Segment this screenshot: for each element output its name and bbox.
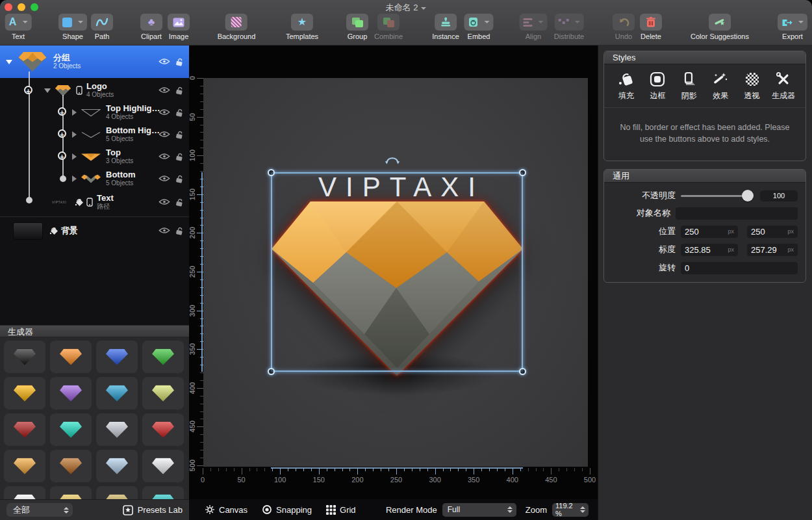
presets-footer-bar: 全部 Presets Lab (0, 499, 189, 520)
preset-gold-arch-gem[interactable] (50, 486, 92, 499)
rotation-field[interactable]: 0 (681, 262, 798, 274)
toolbar-button-export[interactable]: Export (778, 14, 807, 40)
add-effect-button[interactable]: 效果 (706, 71, 735, 101)
snapping-toggle[interactable]: Snapping (262, 504, 312, 515)
preset-ruby-gem[interactable] (142, 413, 184, 446)
selection-handle[interactable] (519, 169, 526, 176)
preset-green-burst-gem[interactable] (142, 341, 184, 373)
preset-filter-select[interactable]: 全部 (6, 503, 73, 517)
eye-icon[interactable] (159, 153, 170, 160)
slider-knob[interactable] (742, 190, 754, 202)
preset-teal-gem[interactable] (50, 413, 92, 446)
tree-expand-node-icon[interactable]: + (58, 151, 66, 160)
toolbar-button-group[interactable]: Group (346, 14, 368, 40)
preset-fire-gem[interactable] (50, 341, 92, 373)
preset-aqua-gem[interactable] (142, 486, 184, 499)
add-generator-button[interactable]: 生成器 (769, 71, 798, 101)
toolbar-button-color-suggestions[interactable]: Color Suggestions (691, 14, 749, 40)
shadow-icon (681, 71, 698, 88)
eye-icon[interactable] (159, 86, 170, 94)
tree-expand-node-icon[interactable]: + (24, 86, 32, 94)
toolbar-button-templates[interactable]: ★ Templates (286, 14, 318, 40)
preset-amber-glow-gem[interactable] (4, 377, 45, 410)
preset-crimson-gem[interactable] (4, 413, 45, 446)
scale-y-field[interactable]: 257.29px (747, 244, 798, 256)
rotate-handle-icon[interactable] (383, 153, 401, 165)
preset-cyan-sketch-gem[interactable] (96, 377, 138, 410)
style-button-label: 生成器 (772, 90, 795, 101)
disclosure-closed-icon[interactable] (72, 131, 77, 138)
preset-lime-glow-gem[interactable] (142, 377, 184, 410)
toolbar-button-instance[interactable]: Instance (432, 14, 459, 40)
presets-lab-button[interactable]: Presets Lab (123, 505, 183, 515)
preset-black-gem[interactable] (4, 341, 45, 373)
unlock-icon[interactable] (175, 57, 184, 66)
tree-expand-node-icon[interactable]: + (58, 129, 66, 138)
disclosure-closed-icon[interactable] (72, 176, 77, 182)
unlock-icon[interactable] (175, 197, 184, 207)
general-panel-header: 通用 (604, 170, 806, 183)
preset-ember-gem[interactable] (50, 450, 92, 482)
position-x-field[interactable]: 250px (681, 226, 738, 238)
chevron-down-icon (539, 21, 544, 23)
eye-icon[interactable] (159, 198, 170, 205)
unlock-icon[interactable] (175, 151, 184, 161)
toolbar-button-path[interactable]: Path (91, 14, 113, 40)
toolbar-button-embed[interactable]: Embed (464, 14, 494, 40)
eye-icon[interactable] (159, 227, 170, 234)
eye-icon[interactable] (159, 131, 170, 138)
disclosure-open-icon[interactable] (44, 88, 51, 93)
selection-handle[interactable] (268, 368, 275, 375)
opacity-value-field[interactable]: 100 (760, 190, 798, 202)
preset-diamond-white-gem[interactable] (142, 450, 184, 482)
eye-icon[interactable] (159, 175, 170, 182)
unlock-icon[interactable] (175, 129, 184, 139)
toolbar-button-shape[interactable]: Shape (58, 14, 87, 40)
disclosure-closed-icon[interactable] (72, 153, 77, 160)
unlock-icon[interactable] (175, 226, 184, 235)
zoom-stepper[interactable]: 119.2 % (552, 503, 589, 517)
render-mode-label: Render Mode (386, 505, 437, 515)
selection-handle[interactable] (268, 169, 275, 176)
toolbar-button-background[interactable]: Background (218, 14, 256, 40)
grid-toggle[interactable]: Grid (326, 505, 356, 515)
preset-ice-blue-gem[interactable] (96, 450, 138, 482)
preset-violet-glow-gem[interactable] (50, 377, 92, 410)
opacity-slider[interactable] (681, 189, 754, 202)
selection-handle[interactable] (519, 368, 526, 375)
preset-silver-sketch-gem[interactable] (96, 413, 138, 446)
eye-icon[interactable] (159, 109, 170, 116)
unlock-icon[interactable] (175, 85, 184, 95)
toolbar-button-text[interactable]: A Text (5, 14, 32, 40)
disclosure-closed-icon[interactable] (72, 109, 77, 116)
canvas-settings-button[interactable]: Canvas (205, 504, 247, 515)
preset-orange-gem[interactable] (4, 450, 45, 482)
eye-icon[interactable] (159, 58, 170, 65)
add-fill-button[interactable]: 填充 (612, 71, 641, 101)
toolbar-button-clipart[interactable]: ♣ Clipart (140, 14, 162, 40)
selection-rectangle[interactable] (271, 172, 523, 372)
add-shadow-button[interactable]: 阴影 (675, 71, 704, 101)
add-perspective-button[interactable]: 透视 (738, 71, 767, 101)
position-y-field[interactable]: 250px (747, 226, 798, 238)
canvas-area[interactable]: VIPTAXI 050100150200250300350400450500 0… (189, 46, 598, 520)
disclosure-open-icon[interactable] (6, 60, 12, 64)
position-label: 位置 (611, 226, 676, 237)
add-border-button[interactable]: 边框 (643, 71, 672, 101)
scale-x-field[interactable]: 325.85px (681, 244, 738, 256)
unlock-icon[interactable] (175, 107, 184, 117)
preset-antique-gold-gem[interactable] (96, 486, 138, 499)
preset-white-crown-gem[interactable] (4, 486, 45, 499)
combine-icon (383, 18, 394, 27)
toolbar-button-delete[interactable]: Delete (640, 14, 662, 40)
render-mode-select[interactable]: Full (442, 503, 516, 517)
layer-row-background[interactable]: 背景 (0, 220, 189, 242)
tree-expand-node-icon[interactable]: + (58, 107, 66, 116)
tree-end-node-icon (60, 176, 66, 182)
toolbar-button-image[interactable]: Image (168, 14, 190, 40)
diamond-white-gem (152, 458, 174, 474)
object-name-input[interactable] (676, 207, 798, 220)
unlock-icon[interactable] (175, 174, 184, 183)
document-title[interactable]: 未命名 2 (0, 2, 812, 14)
preset-blue-gem[interactable] (96, 341, 138, 373)
